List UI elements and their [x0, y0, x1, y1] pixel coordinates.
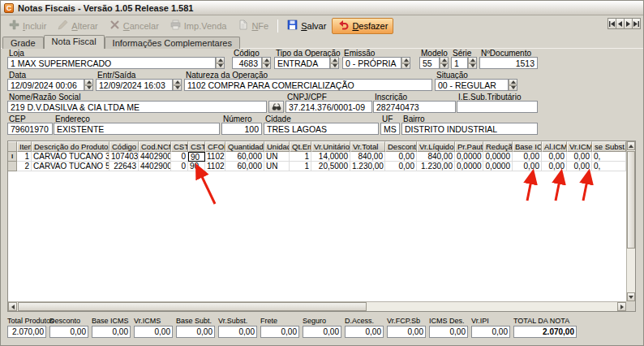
- grid-cell[interactable]: UN: [264, 162, 290, 171]
- grid-cell[interactable]: CARVAO TUCANO 5K: [32, 162, 109, 171]
- tab-grade[interactable]: Grade: [2, 37, 44, 49]
- grid-cell[interactable]: 1: [290, 152, 311, 162]
- grid-cell[interactable]: 1: [17, 152, 32, 162]
- column-header[interactable]: CSTA: [171, 141, 188, 152]
- tipo_operacao-field[interactable]: ENTRADA: [274, 57, 339, 69]
- toolbar-button-cancelar[interactable]: Cancelar: [104, 18, 165, 34]
- grid-cell[interactable]: 0,0000: [483, 162, 513, 171]
- grid-cell[interactable]: 44029000: [139, 162, 171, 171]
- spin-up-icon[interactable]: [262, 57, 271, 63]
- grid-cell[interactable]: 14,0000: [311, 152, 350, 162]
- spin-up-icon[interactable]: [216, 57, 225, 63]
- grid-cell[interactable]: 0: [171, 162, 188, 171]
- cidade-field[interactable]: TRES LAGOAS: [264, 123, 379, 135]
- emissao-spinner[interactable]: [401, 57, 410, 69]
- tipo_operacao-spinner[interactable]: [329, 57, 339, 69]
- grid-cell[interactable]: 44029000: [139, 152, 171, 162]
- natureza-field[interactable]: 1102 COMPRA PARA COMERCIALIZAÇÃO: [184, 79, 432, 91]
- grid-cell[interactable]: 0,00: [513, 162, 542, 171]
- column-header[interactable]: Al.ICMS: [542, 141, 567, 152]
- spin-down-icon[interactable]: [468, 63, 477, 70]
- column-header[interactable]: Descrição do Produto: [32, 141, 109, 152]
- grid-cell[interactable]: 1.230,00: [417, 162, 455, 171]
- column-header[interactable]: Pr.Pauta: [455, 141, 483, 152]
- grid-cell[interactable]: CARVAO TUCANO 3KG: [32, 152, 109, 162]
- loja-field[interactable]: 1 MAX SUPERMERCADO: [7, 57, 225, 69]
- grid-cell[interactable]: 0,00: [385, 152, 417, 162]
- scroll-left-button[interactable]: [8, 302, 17, 311]
- spin-down-icon[interactable]: [330, 63, 339, 70]
- inscricao-field[interactable]: 282740473: [373, 101, 456, 113]
- grid-cell[interactable]: 0,00: [385, 162, 417, 171]
- spin-down-icon[interactable]: [440, 63, 449, 70]
- toolbar-button-incluir[interactable]: Incluir: [3, 18, 52, 34]
- spin-down-icon[interactable]: [262, 63, 271, 70]
- n_documento-field[interactable]: 1513: [479, 57, 538, 69]
- grid-cell[interactable]: 0,00: [542, 162, 567, 171]
- spin-up-icon[interactable]: [401, 57, 410, 63]
- grid-cell[interactable]: 0,: [592, 162, 626, 171]
- modelo-field[interactable]: 55: [419, 57, 449, 69]
- uf-field[interactable]: MS: [380, 123, 400, 135]
- spin-down-icon[interactable]: [401, 63, 410, 70]
- situacao-field[interactable]: 00 - REGULAR: [435, 79, 517, 91]
- data-field[interactable]: 12/09/2024 00:06: [7, 79, 93, 91]
- grid-cell[interactable]: 22643: [109, 162, 139, 171]
- column-header[interactable]: Desconto: [385, 141, 417, 152]
- grid-cell[interactable]: 60,000: [225, 162, 264, 171]
- column-header[interactable]: Código: [109, 141, 139, 152]
- grid-cell[interactable]: 1102: [205, 152, 225, 162]
- tab-nota-fiscal[interactable]: Nota Fiscal: [44, 35, 105, 49]
- column-header[interactable]: Vr.ICMS: [567, 141, 592, 152]
- column-header[interactable]: Qt.Emb.: [290, 141, 311, 152]
- grid-cell[interactable]: 20,5000: [311, 162, 350, 171]
- grid-cell[interactable]: 0,00: [542, 152, 567, 162]
- column-header[interactable]: Base ICMS: [513, 141, 542, 152]
- codigo-spinner[interactable]: [261, 57, 271, 69]
- toolbar-button-salvar[interactable]: Salvar: [281, 18, 332, 34]
- vertical-scroll-thumb[interactable]: [627, 151, 635, 249]
- column-header[interactable]: CFOP: [205, 141, 225, 152]
- grid-vertical-scrollbar[interactable]: [626, 141, 635, 301]
- cep-field[interactable]: 79601970: [7, 123, 53, 135]
- modelo-spinner[interactable]: [439, 57, 449, 69]
- tab-informacoes-complementares[interactable]: Informações Complementares: [105, 37, 240, 49]
- nav-last-button[interactable]: [632, 18, 641, 29]
- column-header[interactable]: Vr.Unitário: [311, 141, 350, 152]
- ie_sub-field[interactable]: [457, 101, 538, 113]
- grid-horizontal-scrollbar[interactable]: [8, 301, 626, 311]
- grid-cell[interactable]: 90: [188, 162, 205, 171]
- scroll-right-button[interactable]: [617, 302, 626, 311]
- cnpj-field[interactable]: 37.214.376/0001-09: [286, 101, 372, 113]
- grid-cell[interactable]: 0,0000: [455, 162, 483, 171]
- spin-down-icon[interactable]: [216, 63, 225, 70]
- spin-down-icon[interactable]: [173, 85, 182, 92]
- grid-cell[interactable]: 1102: [205, 162, 225, 171]
- grid-cell[interactable]: 0,: [592, 152, 626, 162]
- emissao-field[interactable]: 0 - PRÓPRIA: [342, 57, 410, 69]
- loja-spinner[interactable]: [215, 57, 225, 69]
- numero-field[interactable]: 100: [221, 123, 262, 135]
- grid-cell[interactable]: 0,00: [567, 162, 592, 171]
- spin-up-icon[interactable]: [330, 57, 339, 63]
- spin-up-icon[interactable]: [173, 79, 182, 85]
- spin-down-icon[interactable]: [84, 85, 93, 92]
- spin-up-icon[interactable]: [84, 79, 93, 85]
- serie-spinner[interactable]: [467, 57, 477, 69]
- column-header[interactable]: Cod.NCM: [139, 141, 171, 152]
- grid-cell[interactable]: UN: [264, 152, 290, 162]
- column-header[interactable]: Quantidade: [225, 141, 264, 152]
- toolbar-button-nfe[interactable]: NFe: [232, 18, 274, 34]
- horizontal-scroll-thumb[interactable]: [18, 302, 367, 311]
- toolbar-button-alterar[interactable]: Alterar: [52, 18, 103, 34]
- serie-field[interactable]: 1: [451, 57, 477, 69]
- column-header[interactable]: se Subst.: [592, 141, 626, 152]
- grid-cell[interactable]: 0,0000: [483, 152, 513, 162]
- grid-cell[interactable]: 0: [171, 152, 188, 162]
- grid-cell[interactable]: 840,00: [417, 152, 455, 162]
- grid-cell[interactable]: 60,000: [225, 152, 264, 162]
- column-header[interactable]: CSTB: [188, 141, 205, 152]
- codigo-field[interactable]: 4683: [232, 57, 271, 69]
- grid-cell[interactable]: 1.230,00: [350, 162, 385, 171]
- endereco-field[interactable]: EXISTENTE: [54, 123, 220, 135]
